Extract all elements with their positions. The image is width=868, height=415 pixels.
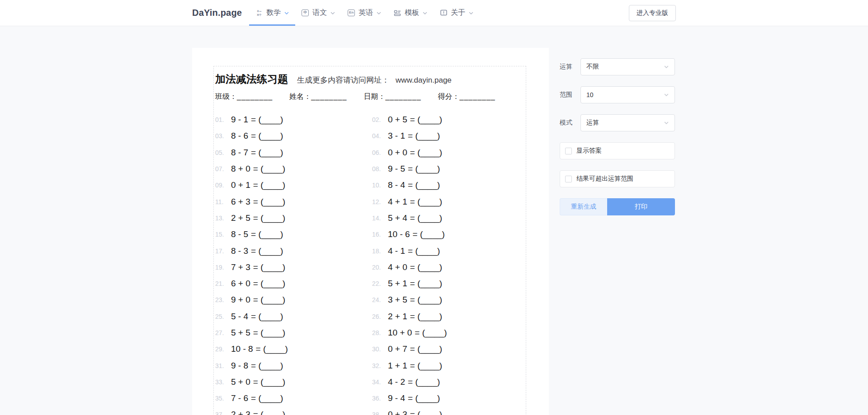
select-value: 10 xyxy=(586,91,594,98)
problem-answer-blank: = (____) xyxy=(253,377,285,387)
select-value: 运算 xyxy=(586,119,599,127)
enter-pro-button[interactable]: 进入专业版 xyxy=(629,5,676,21)
worksheet-title: 加法减法练习题 xyxy=(215,72,288,86)
nav-item-english[interactable]: En英语 xyxy=(341,0,387,26)
problem-number: 29. xyxy=(215,345,226,353)
mode-select[interactable]: 运算 xyxy=(580,114,675,131)
problem-expression: 5 - 4 xyxy=(231,312,248,322)
nav-item-templates[interactable]: 模板 xyxy=(387,0,434,26)
problem-answer-blank: = (____) xyxy=(256,344,288,354)
problem-expression: 5 + 0 xyxy=(231,377,250,387)
regenerate-button[interactable]: 重新生成 xyxy=(560,198,607,215)
problem-item: 29. 10 - 8 = (____) xyxy=(215,341,372,357)
nav-item-about[interactable]: 关于 xyxy=(434,0,480,26)
select-row: 运算 不限 xyxy=(560,58,675,75)
range-select[interactable]: 10 xyxy=(580,86,675,103)
problem-number: 36. xyxy=(372,395,383,402)
problem-item: 28. 10 + 0 = (____) xyxy=(372,325,524,341)
checkbox[interactable] xyxy=(565,176,572,182)
site-logo[interactable]: DaYin.page xyxy=(192,8,242,18)
problem-item: 06. 0 + 0 = (____) xyxy=(372,145,524,161)
problem-expression: 3 - 1 xyxy=(388,131,405,141)
problem-number: 28. xyxy=(372,329,383,336)
chevron-down-icon xyxy=(664,120,669,126)
problem-expression: 5 + 5 xyxy=(231,328,250,338)
problem-item: 12. 4 + 1 = (____) xyxy=(372,193,524,210)
allow-exceed-range-checkbox-row[interactable]: 结果可超出运算范围 xyxy=(560,170,675,187)
problem-expression: 10 - 8 xyxy=(231,344,253,354)
chevron-down-icon xyxy=(376,10,382,16)
problem-answer-blank: = (____) xyxy=(251,148,283,158)
problem-answer-blank: = (____) xyxy=(410,213,442,223)
problem-expression: 0 + 3 xyxy=(388,410,407,415)
problem-item: 02. 0 + 5 = (____) xyxy=(372,112,524,128)
problem-expression: 8 - 4 xyxy=(388,180,405,190)
problem-answer-blank: = (____) xyxy=(253,164,285,174)
problem-number: 22. xyxy=(372,280,383,287)
operation-select[interactable]: 不限 xyxy=(580,58,675,75)
worksheet-meta-row: 班级：________姓名：________日期：________得分：____… xyxy=(215,92,524,102)
problem-answer-blank: = (____) xyxy=(251,312,283,322)
problem-item: 14. 5 + 4 = (____) xyxy=(372,210,524,226)
meta-field: 班级：________ xyxy=(215,92,273,102)
problem-expression: 6 + 0 xyxy=(231,279,250,289)
worksheet-print-area: 加法减法练习题 生成更多内容请访问网址： www.dayin.page 班级：_… xyxy=(213,66,526,415)
problem-answer-blank: = (____) xyxy=(410,197,442,207)
problem-answer-blank: = (____) xyxy=(251,115,283,125)
problem-answer-blank: = (____) xyxy=(408,180,440,190)
problem-number: 04. xyxy=(372,132,383,140)
problem-answer-blank: = (____) xyxy=(410,312,442,322)
problem-item: 11. 6 + 3 = (____) xyxy=(215,193,372,210)
problem-answer-blank: = (____) xyxy=(410,344,442,354)
select-row: 模式 运算 xyxy=(560,114,675,131)
problem-item: 26. 2 + 1 = (____) xyxy=(372,308,524,325)
problem-number: 09. xyxy=(215,182,226,189)
problem-answer-blank: = (____) xyxy=(410,361,442,371)
problem-item: 07. 8 + 0 = (____) xyxy=(215,161,372,177)
worksheet-paper: 加法减法练习题 生成更多内容请访问网址： www.dayin.page 班级：_… xyxy=(192,48,549,415)
problem-item: 25. 5 - 4 = (____) xyxy=(215,308,372,325)
problem-number: 33. xyxy=(215,378,226,386)
nav-item-chinese[interactable]: 中语文 xyxy=(295,0,341,26)
problem-number: 20. xyxy=(372,264,383,271)
problem-answer-blank: = (____) xyxy=(410,410,442,415)
problem-answer-blank: = (____) xyxy=(253,213,285,223)
problem-expression: 0 + 7 xyxy=(388,344,407,354)
problem-answer-blank: = (____) xyxy=(408,164,440,174)
problem-expression: 4 + 0 xyxy=(388,262,407,272)
problem-expression: 9 - 5 xyxy=(388,164,405,174)
problem-item: 36. 9 - 4 = (____) xyxy=(372,390,524,406)
problem-item: 31. 9 - 8 = (____) xyxy=(215,357,372,373)
problem-expression: 6 + 3 xyxy=(231,197,250,207)
settings-sidebar: 运算 不限 范围 10 模式 运算 显示答案 结果可超出运算范围 重新 xyxy=(560,58,675,215)
top-header: DaYin.page +−×÷数学 中语文 En英语 模板 xyxy=(0,0,868,26)
problem-expression: 8 + 0 xyxy=(231,164,250,174)
checkbox[interactable] xyxy=(565,148,572,154)
problem-item: 33. 5 + 0 = (____) xyxy=(215,374,372,390)
problem-item: 34. 4 - 2 = (____) xyxy=(372,374,524,390)
chevron-down-icon xyxy=(284,10,289,16)
problem-number: 06. xyxy=(372,149,383,156)
problem-expression: 8 - 3 xyxy=(231,246,248,256)
problem-item: 35. 7 - 6 = (____) xyxy=(215,390,372,406)
problem-number: 27. xyxy=(215,329,226,336)
problem-answer-blank: = (____) xyxy=(251,131,283,141)
problem-number: 31. xyxy=(215,362,226,369)
problem-answer-blank: = (____) xyxy=(410,262,442,272)
show-answers-checkbox-row[interactable]: 显示答案 xyxy=(560,142,675,159)
problem-number: 19. xyxy=(215,264,226,271)
chevron-down-icon xyxy=(664,92,669,98)
nav-item-label: 模板 xyxy=(405,8,419,18)
problem-answer-blank: = (____) xyxy=(415,328,447,338)
problem-number: 21. xyxy=(215,280,226,287)
problem-answer-blank: = (____) xyxy=(253,262,285,272)
meta-field: 日期：________ xyxy=(363,92,421,102)
problem-item: 13. 2 + 5 = (____) xyxy=(215,210,372,226)
problem-expression: 0 + 0 xyxy=(388,148,407,158)
problem-number: 13. xyxy=(215,214,226,222)
problem-expression: 0 + 1 xyxy=(231,180,250,190)
problem-number: 14. xyxy=(372,214,383,222)
problem-number: 37. xyxy=(215,411,226,415)
nav-item-math[interactable]: +−×÷数学 xyxy=(249,0,295,26)
print-button[interactable]: 打印 xyxy=(607,198,675,215)
